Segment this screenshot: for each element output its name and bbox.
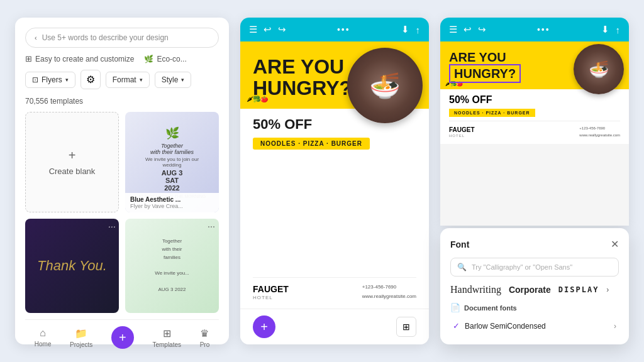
font-search-placeholder: Try "Calligraphy" or "Open Sans" (472, 263, 612, 271)
font-item-name: Barlow SemiCondensed (465, 322, 546, 331)
home-icon: ⌂ (40, 327, 46, 339)
filter-row: ⊡ Flyers ▾ ⚙ Format ▾ Style ▾ (25, 70, 219, 89)
flyers-label: Flyers (42, 75, 62, 84)
right-topbar-more-icon[interactable]: ••• (537, 25, 550, 35)
card-menu-dots-icon-2[interactable]: ⋯ (208, 222, 215, 231)
create-blank-button[interactable]: + Create blank (25, 112, 119, 212)
card-label-wedding: Blue Aesthetic ... Flyer by Vave Crea... (125, 193, 219, 212)
right-flyer-line1: ARE YOU (449, 50, 620, 64)
green-card-content: Togetherwith theirfamiliesWe invite you.… (155, 238, 189, 294)
add-icon: + (119, 331, 126, 345)
undo-icon[interactable]: ↩ (264, 24, 272, 35)
food-emoji: 🍜 (369, 71, 401, 101)
leaf-icon: 🌿 (144, 55, 153, 63)
nav-projects[interactable]: 📁 Projects (70, 327, 92, 348)
right-download-icon[interactable]: ⬇ (601, 24, 609, 35)
flyer-food-image: 🍜 (347, 48, 423, 123)
flyer-white-section: 50% OFF NOODLES · PIZZA · BURGER FAUGET … (240, 109, 429, 309)
font-style-corporate-button[interactable]: Corporate (509, 285, 551, 295)
right-flyer-content: ARE YOU HUNGRY? 🍜 🌶🥦🍅 50% OFF NOODLES · … (440, 41, 629, 226)
font-panel-title: Font (450, 239, 469, 250)
share-icon[interactable]: ↑ (416, 25, 421, 35)
font-search-bar[interactable]: 🔍 Try "Calligraphy" or "Open Sans" (450, 258, 619, 277)
card-title-wedding: Blue Aesthetic ... (130, 196, 214, 203)
features-row: ⊞ Easy to create and customize 🌿 Eco-co.… (25, 54, 219, 63)
download-icon[interactable]: ⬇ (401, 24, 409, 35)
grid-icon: ⊞ (25, 54, 32, 63)
right-hotel-phone: +123-456-7690 (579, 125, 620, 132)
right-items-badge: NOODLES · PIZZA · BURGER (449, 109, 535, 117)
topbar-right-icons: ⬇ ↑ (401, 24, 421, 35)
right-flyer-line2-box: HUNGRY? (449, 64, 521, 83)
right-topbar-right-icons: ⬇ ↑ (601, 24, 621, 35)
font-item-left: ✓ Barlow SemiCondensed (453, 321, 546, 331)
font-style-handwriting-button[interactable]: Handwriting (450, 284, 501, 295)
font-item-chevron-icon: › (614, 322, 616, 331)
right-topbar-left-icons: ☰ ↩ ↪ (449, 24, 486, 35)
font-section-text: Document fonts (464, 304, 517, 312)
right-flyer-yellow: ARE YOU HUNGRY? 🍜 🌶🥦🍅 (440, 41, 629, 89)
flyers-icon: ⊡ (32, 75, 38, 84)
hotel-phone: +123-456-7690 (362, 283, 416, 292)
card-subtitle-wedding: Flyer by Vave Crea... (130, 203, 214, 209)
hotel-website: www.reallygreatsite.com (362, 292, 416, 301)
feature-eco: 🌿 Eco-co... (144, 55, 186, 63)
nav-add-button[interactable]: + (111, 326, 134, 349)
nav-pro[interactable]: ♛ Pro (200, 327, 210, 348)
font-section-label: 📄 Document fonts (450, 303, 619, 312)
right-discount-text: 50% OFF (449, 94, 620, 106)
right-hotel-info: FAUGET HOTEL (449, 126, 475, 138)
font-style-display-button[interactable]: DISPLAY (558, 285, 599, 294)
create-blank-label: Create blank (49, 167, 96, 176)
folder-icon: 📁 (75, 327, 87, 339)
right-hotel-website: www.reallygreatsite.com (579, 132, 620, 139)
font-style-row: Handwriting Corporate DISPLAY › (450, 284, 619, 295)
format-chevron-icon: ▾ (140, 77, 143, 83)
right-undo-icon[interactable]: ↩ (464, 24, 472, 35)
font-item-barlow[interactable]: ✓ Barlow SemiCondensed › (450, 317, 619, 334)
middle-bottom-bar: + ⊞ (240, 309, 429, 344)
format-filter-button[interactable]: Format ▾ (106, 72, 150, 88)
hotel-info: FAUGET HOTEL (253, 284, 289, 300)
flyer-discount-text: 50% OFF (253, 116, 312, 133)
back-chevron-icon: ‹ (35, 34, 37, 41)
right-share-icon[interactable]: ↑ (616, 25, 621, 35)
veggie-decoration: 🌶🥦🍅 (247, 96, 268, 102)
sliders-icon: ⚙ (86, 74, 95, 85)
left-panel: ‹ Use 5+ words to describe your design ⊞… (15, 18, 229, 344)
document-icon: 📄 (450, 303, 460, 312)
right-hotel-contact: +123-456-7690 www.reallygreatsite.com (579, 125, 620, 139)
right-flyer-line2: HUNGRY? (454, 67, 516, 80)
hotel-contact: +123-456-7690 www.reallygreatsite.com (362, 283, 416, 301)
middle-fab-button[interactable]: + (253, 315, 275, 338)
topbar-more-icon[interactable]: ••• (337, 25, 350, 35)
grid-view-button[interactable]: ⊞ (396, 317, 416, 337)
nav-templates-label: Templates (152, 341, 181, 348)
hamburger-icon[interactable]: ☰ (249, 24, 257, 35)
templates-icon: ⊞ (163, 327, 171, 339)
font-style-more-button[interactable]: › (606, 285, 609, 294)
template-card-wedding[interactable]: 🌿 Togetherwith their families We invite … (125, 112, 219, 212)
flyer-items-badge: NOODLES · PIZZA · BURGER (253, 138, 370, 150)
hotel-name: FAUGET (253, 284, 289, 295)
font-panel-close-button[interactable]: ✕ (611, 238, 619, 250)
crown-icon: ♛ (200, 327, 209, 339)
right-footer: FAUGET HOTEL +123-456-7690 www.reallygre… (449, 121, 620, 139)
wedding-invite-text: We invite you to join ourwedding (145, 156, 199, 168)
template-card-dark[interactable]: ⋯ Thank You. (25, 219, 119, 313)
search-bar[interactable]: ‹ Use 5+ words to describe your design (25, 28, 219, 48)
template-card-green[interactable]: ⋯ Togetherwith theirfamiliesWe invite yo… (125, 219, 219, 313)
redo-icon[interactable]: ↪ (278, 24, 286, 35)
flyers-chevron-icon: ▾ (65, 77, 69, 83)
nav-templates[interactable]: ⊞ Templates (152, 327, 181, 348)
feature-easy: ⊞ Easy to create and customize (25, 54, 134, 63)
style-label: Style (162, 75, 179, 84)
sliders-filter-button[interactable]: ⚙ (80, 70, 101, 89)
nav-home[interactable]: ⌂ Home (35, 327, 52, 348)
bottom-navigation: ⌂ Home 📁 Projects + ⊞ Templates ♛ Pro (25, 319, 219, 349)
card-menu-dots-icon[interactable]: ⋯ (108, 222, 115, 231)
style-filter-button[interactable]: Style ▾ (155, 72, 192, 88)
right-hamburger-icon[interactable]: ☰ (449, 24, 457, 35)
right-redo-icon[interactable]: ↪ (478, 24, 486, 35)
flyers-filter-button[interactable]: ⊡ Flyers ▾ (25, 72, 75, 88)
